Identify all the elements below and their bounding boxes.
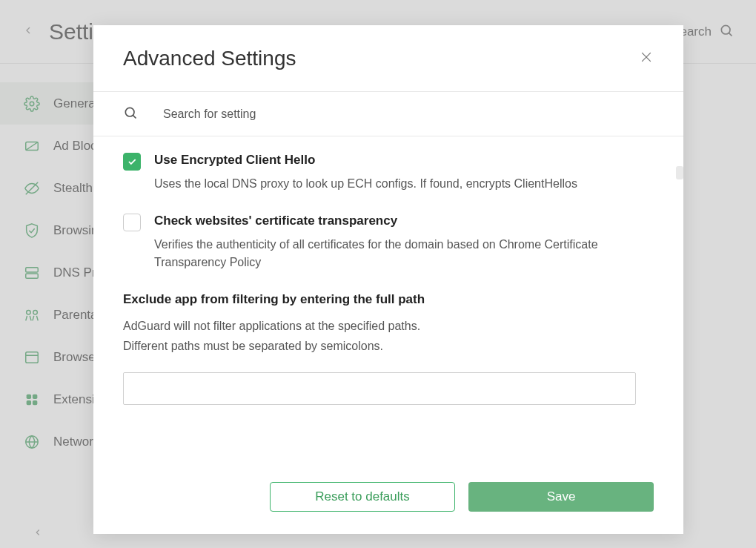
search-icon xyxy=(123,105,138,123)
svg-point-20 xyxy=(125,108,134,116)
scrollbar[interactable] xyxy=(674,136,683,469)
modal-search-row xyxy=(93,92,683,136)
save-button[interactable]: Save xyxy=(468,482,654,512)
settings-search-input[interactable] xyxy=(163,108,654,121)
exclude-section-desc: AdGuard will not filter applications at … xyxy=(123,316,654,356)
scrollbar-thumb[interactable] xyxy=(676,166,683,179)
exclude-section-title: Exclude app from filtering by entering t… xyxy=(123,292,654,307)
setting-ct-desc: Verifies the authenticity of all certifi… xyxy=(154,236,654,271)
advanced-settings-modal: Advanced Settings Use Encrypted Client H… xyxy=(93,25,683,534)
checkbox-cert-transparency[interactable] xyxy=(123,214,141,231)
checkbox-ech[interactable] xyxy=(123,153,141,171)
reset-defaults-button[interactable]: Reset to defaults xyxy=(270,482,455,512)
close-button[interactable] xyxy=(639,50,654,67)
exclude-path-input[interactable] xyxy=(123,372,636,405)
svg-line-21 xyxy=(133,115,136,118)
setting-ct-title: Check websites' certificate transparency xyxy=(154,214,654,228)
setting-ech-desc: Uses the local DNS proxy to look up ECH … xyxy=(154,175,654,193)
modal-title: Advanced Settings xyxy=(123,47,296,70)
modal-body: Use Encrypted Client Hello Uses the loca… xyxy=(93,136,683,469)
setting-ech-title: Use Encrypted Client Hello xyxy=(154,153,654,168)
